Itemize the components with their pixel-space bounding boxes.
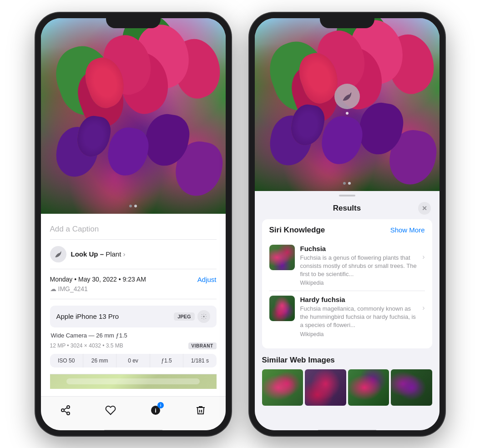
device-section: Apple iPhone 13 Pro JPEG Wide Camera — 2… — [50, 299, 217, 374]
home-indicator-right — [318, 430, 377, 432]
sim-img-4[interactable] — [391, 369, 432, 406]
result-content-hardy: Hardy fuchsia Fuchsia magellanica, commo… — [300, 296, 417, 337]
meta-filename: ☁ IMG_4241 — [50, 285, 217, 292]
info-badge: i — [157, 402, 164, 408]
share-icon — [60, 405, 71, 416]
similar-web-images-section: Similar Web Images — [262, 356, 432, 406]
cloud-icon: ☁ — [50, 285, 56, 292]
meta-date-row: Monday • May 30, 2022 • 9:23 AM Adjust — [50, 276, 217, 283]
results-title: Results — [333, 204, 361, 213]
sim-img-1[interactable] — [262, 369, 303, 406]
sim-img-2-bg — [305, 369, 346, 406]
page-dot-2 — [134, 205, 137, 207]
sim-img-3-bg — [348, 369, 389, 406]
vibrant-badge: VIBRANT — [188, 342, 217, 349]
lookup-arrow: › — [121, 250, 125, 258]
close-button[interactable]: ✕ — [418, 202, 431, 215]
notch-right — [320, 13, 374, 28]
result-thumb-fuchsia — [269, 245, 295, 270]
exif-iso: ISO 50 — [50, 354, 83, 367]
lookup-icon — [50, 246, 66, 262]
meta-section: Monday • May 30, 2022 • 9:23 AM Adjust ☁… — [50, 269, 217, 299]
lookup-text: Look Up – Plant › — [71, 250, 126, 258]
camera-text: Wide Camera — 26 mm ƒ1.5 — [51, 332, 127, 339]
chevron-hardy: › — [422, 304, 424, 312]
right-screen: Results ✕ Siri Knowledge Show More — [255, 18, 440, 430]
result-item-hardy[interactable]: Hardy fuchsia Fuchsia magellanica, commo… — [269, 291, 425, 342]
delete-button[interactable] — [194, 404, 207, 417]
info-badge-text: i — [160, 403, 162, 408]
exif-aperture: ƒ1.5 — [150, 354, 183, 367]
leaf-vi-icon — [341, 90, 354, 103]
device-row: Apple iPhone 13 Pro JPEG — [50, 306, 217, 327]
result-thumb-hardy — [269, 296, 295, 321]
show-more-button[interactable]: Show More — [390, 226, 425, 234]
res-row: 12 MP • 3024 × 4032 • 3.5 MB VIBRANT — [50, 342, 217, 349]
lookup-row[interactable]: Look Up – Plant › — [50, 240, 217, 269]
siri-knowledge-section: Siri Knowledge Show More Fuchsia Fuchsia… — [262, 219, 432, 348]
badge-area: JPEG — [174, 310, 210, 323]
toolbar: i i — [41, 396, 226, 430]
results-scroll[interactable]: Siri Knowledge Show More Fuchsia Fuchsia… — [255, 219, 440, 430]
result-name-hardy: Hardy fuchsia — [300, 296, 417, 303]
lookup-light: Plant — [104, 250, 121, 258]
similar-web-images-title: Similar Web Images — [262, 356, 432, 365]
sim-img-4-bg — [391, 369, 432, 406]
siri-knowledge-title: Siri Knowledge — [269, 226, 325, 235]
thumb-fuchsia-bg — [269, 245, 295, 270]
trash-icon — [195, 405, 206, 416]
results-header: Results ✕ — [255, 196, 440, 219]
exif-shutter: 1/181 s — [183, 354, 216, 367]
sim-img-3[interactable] — [348, 369, 389, 406]
map-area[interactable] — [50, 374, 217, 389]
results-panel: Results ✕ Siri Knowledge Show More — [255, 191, 440, 430]
device-name: Apple iPhone 13 Pro — [56, 312, 119, 320]
lookup-bold: Look Up – — [71, 250, 104, 258]
leaf-icon — [54, 250, 63, 259]
share-button[interactable] — [59, 404, 72, 417]
exif-ev: 0 ev — [116, 354, 150, 367]
result-name-fuchsia: Fuchsia — [300, 245, 417, 252]
visual-intelligence-button[interactable] — [334, 84, 360, 109]
like-button[interactable] — [104, 404, 117, 417]
map-bg — [50, 374, 217, 389]
adjust-button[interactable]: Adjust — [197, 276, 217, 283]
info-button[interactable]: i i — [149, 404, 162, 417]
page-dot-1 — [129, 205, 132, 207]
filename-text: IMG_4241 — [58, 285, 88, 292]
camera-details: Wide Camera — 26 mm ƒ1.5 — [50, 332, 217, 339]
result-desc-hardy: Fuchsia magellanica, commonly known as t… — [300, 305, 417, 330]
caption-input[interactable]: Add a Caption — [50, 221, 217, 240]
svg-text:i: i — [155, 407, 157, 414]
exif-row: ISO 50 26 mm 0 ev ƒ1.5 1/181 s — [50, 354, 217, 367]
result-source-fuchsia: Wikipedia — [300, 280, 417, 286]
page-dot-r2 — [348, 182, 351, 185]
svg-point-0 — [203, 316, 205, 317]
resolution-text: 12 MP • 3024 × 4032 • 3.5 MB — [50, 342, 123, 349]
meta-date: Monday • May 30, 2022 • 9:23 AM — [50, 276, 146, 283]
similar-images-grid[interactable] — [262, 369, 432, 406]
left-screen: Add a Caption Look Up – Plant › Monday •… — [41, 18, 226, 430]
page-dot-r1 — [343, 182, 346, 185]
notch — [106, 13, 161, 28]
settings-icon — [201, 313, 207, 320]
flower-image-left — [41, 18, 226, 214]
info-area: Add a Caption Look Up – Plant › Monday •… — [41, 214, 226, 396]
left-phone: Add a Caption Look Up – Plant › Monday •… — [35, 13, 231, 436]
photo-area-left[interactable] — [41, 18, 226, 214]
result-item-fuchsia[interactable]: Fuchsia Fuchsia is a genus of flowering … — [269, 240, 425, 292]
sim-img-1-bg — [262, 369, 303, 406]
result-content-fuchsia: Fuchsia Fuchsia is a genus of flowering … — [300, 245, 417, 287]
exif-focal: 26 mm — [83, 354, 116, 367]
photo-area-right[interactable] — [255, 18, 440, 191]
siri-knowledge-header: Siri Knowledge Show More — [269, 226, 425, 235]
thumb-hardy-bg — [269, 296, 295, 321]
heart-icon — [105, 405, 116, 416]
right-phone: Results ✕ Siri Knowledge Show More — [249, 13, 445, 436]
chevron-fuchsia: › — [422, 253, 424, 261]
format-badge: JPEG — [174, 312, 194, 321]
home-indicator-left — [104, 430, 163, 432]
vi-dot — [346, 112, 349, 115]
settings-icon-circle[interactable] — [197, 310, 210, 323]
sim-img-2[interactable] — [305, 369, 346, 406]
